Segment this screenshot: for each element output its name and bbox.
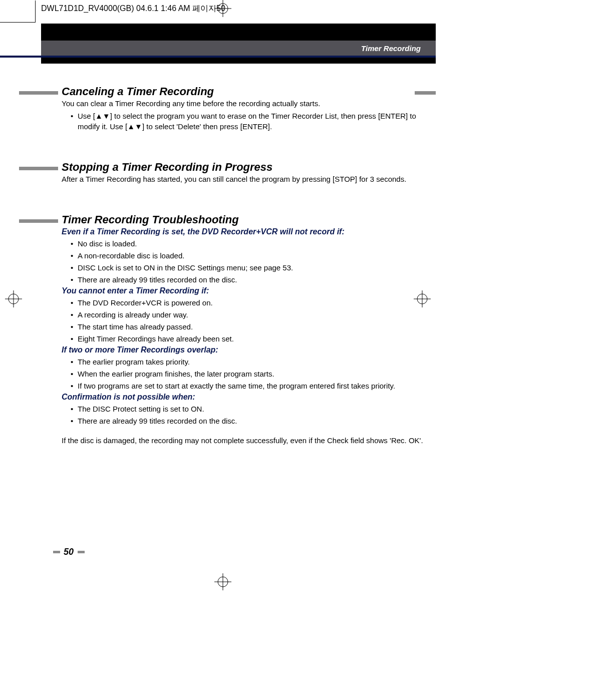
crop-mark-bottom-icon	[214, 573, 231, 592]
sub-heading: If two or more Timer Recordings overlap:	[62, 345, 432, 355]
list-item: The earlier program takes priority.	[71, 357, 432, 367]
sub-heading: Even if a Timer Recording is set, the DV…	[62, 227, 432, 236]
bullet-list: The DISC Protect setting is set to ON. T…	[62, 404, 432, 426]
bullet-list: Use [▲▼] to select the program you want …	[62, 111, 432, 132]
bullet-list: No disc is loaded. A non-recordable disc…	[62, 238, 432, 285]
section-bar-left	[19, 167, 58, 170]
crop-mark-h	[0, 22, 36, 23]
section-canceling: Canceling a Timer Recording You can clea…	[62, 85, 432, 132]
section-stopping: Stopping a Timer Recording in Progress A…	[62, 161, 432, 184]
section-title: Timer Recording Troubleshooting	[62, 213, 432, 226]
bullet-list: The earlier program takes priority. When…	[62, 357, 432, 391]
list-item: The DVD Recorder+VCR is powered on.	[71, 297, 432, 308]
page-content: Canceling a Timer Recording You can clea…	[62, 85, 432, 475]
section-bar-left	[19, 219, 58, 223]
section-title: Canceling a Timer Recording	[62, 85, 432, 98]
list-item: When the earlier program finishes, the l…	[71, 369, 432, 379]
header-blue-line	[0, 56, 436, 58]
list-item: The DISC Protect setting is set to ON.	[71, 404, 432, 414]
section-intro: You can clear a Timer Recording any time…	[62, 98, 432, 109]
crop-mark-top-icon	[214, 0, 231, 17]
section-intro: After a Timer Recording has started, you…	[62, 174, 432, 184]
file-header-text: DWL71D1D_RV4000(GB) 04.6.1 1:46 AM 페이지50	[41, 4, 225, 14]
page-number: 50	[64, 547, 74, 557]
list-item: Use [▲▼] to select the program you want …	[71, 111, 432, 132]
list-item: DISC Lock is set to ON in the DISC Setti…	[71, 262, 432, 273]
list-item: The start time has already passed.	[71, 321, 432, 332]
list-item: A recording is already under way.	[71, 309, 432, 320]
section-bar-left	[19, 91, 58, 95]
crop-mark-left-icon	[5, 290, 22, 309]
list-item: If two programs are set to start at exac…	[71, 381, 432, 391]
sub-heading: You cannot enter a Timer Recording if:	[62, 286, 432, 295]
list-item: There are already 99 titles recorded on …	[71, 274, 432, 285]
crop-mark-v	[35, 1, 36, 23]
section-footer-note: If the disc is damaged, the recording ma…	[62, 435, 432, 446]
bullet-list: The DVD Recorder+VCR is powered on. A re…	[62, 297, 432, 344]
list-item: No disc is loaded.	[71, 238, 432, 249]
page-num-bar-left	[53, 551, 60, 553]
sub-heading: Confirmation is not possible when:	[62, 393, 432, 402]
section-troubleshooting: Timer Recording Troubleshooting Even if …	[62, 213, 432, 446]
list-item: A non-recordable disc is loaded.	[71, 250, 432, 261]
section-bar-right	[415, 91, 436, 95]
banner-title: Timer Recording	[361, 44, 421, 53]
crop-mark-tr-icon	[412, 29, 436, 33]
list-item: Eight Timer Recordings have already been…	[71, 333, 432, 344]
page-num-bar-right	[78, 551, 85, 553]
section-title: Stopping a Timer Recording in Progress	[62, 161, 432, 174]
list-item: There are already 99 titles recorded on …	[71, 416, 432, 426]
